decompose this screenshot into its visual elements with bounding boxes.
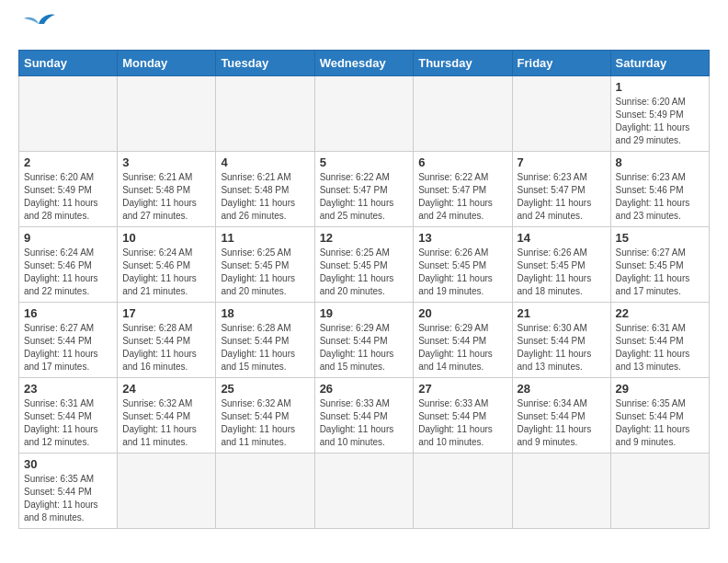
day-number: 28 [518, 382, 606, 396]
week-row-1: 1Sunrise: 6:20 AM Sunset: 5:49 PM Daylig… [19, 76, 710, 152]
calendar-cell: 29Sunrise: 6:35 AM Sunset: 5:44 PM Dayli… [610, 378, 709, 454]
day-number: 6 [418, 155, 506, 169]
day-number: 24 [122, 382, 210, 396]
day-number: 9 [24, 231, 112, 245]
day-info: Sunrise: 6:21 AM Sunset: 5:48 PM Dayligh… [221, 171, 309, 223]
day-info: Sunrise: 6:22 AM Sunset: 5:47 PM Dayligh… [418, 171, 506, 223]
calendar-cell [118, 76, 216, 152]
day-number: 16 [24, 306, 112, 320]
day-info: Sunrise: 6:35 AM Sunset: 5:44 PM Dayligh… [24, 473, 112, 524]
day-info: Sunrise: 6:23 AM Sunset: 5:46 PM Dayligh… [616, 171, 704, 223]
calendar-cell: 17Sunrise: 6:28 AM Sunset: 5:44 PM Dayli… [118, 303, 216, 378]
calendar-cell: 3Sunrise: 6:21 AM Sunset: 5:48 PM Daylig… [118, 152, 216, 227]
day-info: Sunrise: 6:23 AM Sunset: 5:47 PM Dayligh… [518, 171, 606, 223]
day-info: Sunrise: 6:29 AM Sunset: 5:44 PM Dayligh… [320, 322, 409, 373]
day-number: 18 [221, 306, 309, 320]
weekday-header-row: SundayMondayTuesdayWednesdayThursdayFrid… [19, 51, 710, 76]
calendar-cell [118, 454, 216, 529]
weekday-header-wednesday: Wednesday [314, 51, 414, 76]
day-info: Sunrise: 6:33 AM Sunset: 5:44 PM Dayligh… [320, 397, 409, 449]
calendar-cell: 23Sunrise: 6:31 AM Sunset: 5:44 PM Dayli… [19, 378, 118, 454]
calendar-cell: 30Sunrise: 6:35 AM Sunset: 5:44 PM Dayli… [19, 454, 118, 529]
week-row-2: 2Sunrise: 6:20 AM Sunset: 5:49 PM Daylig… [19, 152, 710, 227]
day-number: 8 [616, 155, 704, 169]
bird-icon [22, 11, 57, 40]
calendar-cell: 19Sunrise: 6:29 AM Sunset: 5:44 PM Dayli… [314, 303, 414, 378]
day-number: 10 [122, 231, 210, 245]
calendar-cell: 12Sunrise: 6:25 AM Sunset: 5:45 PM Dayli… [314, 227, 414, 303]
day-info: Sunrise: 6:27 AM Sunset: 5:45 PM Dayligh… [616, 247, 704, 298]
day-info: Sunrise: 6:28 AM Sunset: 5:44 PM Dayligh… [122, 322, 210, 373]
day-info: Sunrise: 6:33 AM Sunset: 5:44 PM Dayligh… [418, 397, 506, 449]
day-number: 19 [320, 306, 409, 320]
day-info: Sunrise: 6:27 AM Sunset: 5:44 PM Dayligh… [24, 322, 112, 373]
weekday-header-monday: Monday [118, 51, 216, 76]
day-info: Sunrise: 6:31 AM Sunset: 5:44 PM Dayligh… [616, 322, 704, 373]
calendar-cell: 21Sunrise: 6:30 AM Sunset: 5:44 PM Dayli… [512, 303, 610, 378]
calendar-cell: 18Sunrise: 6:28 AM Sunset: 5:44 PM Dayli… [216, 303, 314, 378]
day-number: 11 [221, 231, 309, 245]
day-info: Sunrise: 6:30 AM Sunset: 5:44 PM Dayligh… [518, 322, 606, 373]
day-info: Sunrise: 6:22 AM Sunset: 5:47 PM Dayligh… [320, 171, 409, 223]
week-row-4: 16Sunrise: 6:27 AM Sunset: 5:44 PM Dayli… [19, 303, 710, 378]
calendar-cell: 13Sunrise: 6:26 AM Sunset: 5:45 PM Dayli… [414, 227, 512, 303]
calendar-cell [610, 454, 709, 529]
calendar-cell [512, 76, 610, 152]
calendar-cell [314, 454, 414, 529]
day-number: 1 [616, 80, 704, 94]
calendar-cell: 6Sunrise: 6:22 AM Sunset: 5:47 PM Daylig… [414, 152, 512, 227]
day-number: 15 [616, 231, 704, 245]
day-number: 21 [518, 306, 606, 320]
logo [18, 18, 57, 40]
calendar-cell [216, 76, 314, 152]
page-header [18, 18, 710, 40]
calendar-cell: 15Sunrise: 6:27 AM Sunset: 5:45 PM Dayli… [610, 227, 709, 303]
calendar-cell: 9Sunrise: 6:24 AM Sunset: 5:46 PM Daylig… [19, 227, 118, 303]
day-number: 29 [616, 382, 704, 396]
day-number: 22 [616, 306, 704, 320]
calendar-cell [414, 454, 512, 529]
calendar-cell: 26Sunrise: 6:33 AM Sunset: 5:44 PM Dayli… [314, 378, 414, 454]
weekday-header-sunday: Sunday [19, 51, 118, 76]
day-info: Sunrise: 6:24 AM Sunset: 5:46 PM Dayligh… [24, 247, 112, 298]
calendar-cell: 11Sunrise: 6:25 AM Sunset: 5:45 PM Dayli… [216, 227, 314, 303]
day-number: 25 [221, 382, 309, 396]
weekday-header-friday: Friday [512, 51, 610, 76]
calendar-cell: 28Sunrise: 6:34 AM Sunset: 5:44 PM Dayli… [512, 378, 610, 454]
weekday-header-thursday: Thursday [414, 51, 512, 76]
day-number: 3 [122, 155, 210, 169]
calendar-cell: 10Sunrise: 6:24 AM Sunset: 5:46 PM Dayli… [118, 227, 216, 303]
calendar-table: SundayMondayTuesdayWednesdayThursdayFrid… [18, 50, 710, 529]
calendar-cell: 16Sunrise: 6:27 AM Sunset: 5:44 PM Dayli… [19, 303, 118, 378]
day-number: 2 [24, 155, 112, 169]
day-number: 13 [418, 231, 506, 245]
day-info: Sunrise: 6:29 AM Sunset: 5:44 PM Dayligh… [418, 322, 506, 373]
week-row-6: 30Sunrise: 6:35 AM Sunset: 5:44 PM Dayli… [19, 454, 710, 529]
calendar-cell: 5Sunrise: 6:22 AM Sunset: 5:47 PM Daylig… [314, 152, 414, 227]
calendar-cell: 1Sunrise: 6:20 AM Sunset: 5:49 PM Daylig… [610, 76, 709, 152]
day-info: Sunrise: 6:25 AM Sunset: 5:45 PM Dayligh… [221, 247, 309, 298]
calendar-cell [512, 454, 610, 529]
day-info: Sunrise: 6:20 AM Sunset: 5:49 PM Dayligh… [616, 96, 704, 147]
calendar-cell: 2Sunrise: 6:20 AM Sunset: 5:49 PM Daylig… [19, 152, 118, 227]
calendar-cell [414, 76, 512, 152]
day-info: Sunrise: 6:26 AM Sunset: 5:45 PM Dayligh… [518, 247, 606, 298]
weekday-header-tuesday: Tuesday [216, 51, 314, 76]
calendar-cell: 24Sunrise: 6:32 AM Sunset: 5:44 PM Dayli… [118, 378, 216, 454]
day-info: Sunrise: 6:31 AM Sunset: 5:44 PM Dayligh… [24, 397, 112, 449]
day-info: Sunrise: 6:35 AM Sunset: 5:44 PM Dayligh… [616, 397, 704, 449]
week-row-5: 23Sunrise: 6:31 AM Sunset: 5:44 PM Dayli… [19, 378, 710, 454]
day-info: Sunrise: 6:28 AM Sunset: 5:44 PM Dayligh… [221, 322, 309, 373]
day-info: Sunrise: 6:32 AM Sunset: 5:44 PM Dayligh… [122, 397, 210, 449]
calendar-cell [19, 76, 118, 152]
day-info: Sunrise: 6:20 AM Sunset: 5:49 PM Dayligh… [24, 171, 112, 223]
calendar-cell: 8Sunrise: 6:23 AM Sunset: 5:46 PM Daylig… [610, 152, 709, 227]
day-info: Sunrise: 6:26 AM Sunset: 5:45 PM Dayligh… [418, 247, 506, 298]
calendar-cell: 14Sunrise: 6:26 AM Sunset: 5:45 PM Dayli… [512, 227, 610, 303]
calendar-cell [216, 454, 314, 529]
calendar-cell: 4Sunrise: 6:21 AM Sunset: 5:48 PM Daylig… [216, 152, 314, 227]
day-number: 23 [24, 382, 112, 396]
day-number: 26 [320, 382, 409, 396]
day-number: 4 [221, 155, 309, 169]
day-info: Sunrise: 6:25 AM Sunset: 5:45 PM Dayligh… [320, 247, 409, 298]
